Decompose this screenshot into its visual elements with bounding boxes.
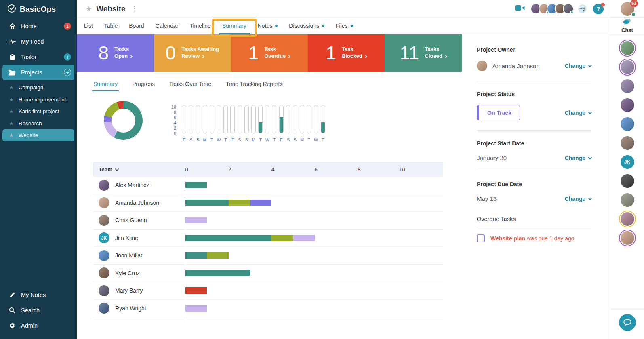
chat-member[interactable] [621,114,634,133]
subtab-time-tracking-reports[interactable]: Time Tracking Reports [226,81,282,91]
stat-card-tasks-closed[interactable]: 11Tasks Closed [385,34,462,72]
tab-label: Calendar [156,23,179,29]
chat-member[interactable] [621,171,634,190]
tab-discussions[interactable]: Discussions [283,18,330,34]
sidebar-item-tasks[interactable]: Tasks+ [0,49,77,65]
star-icon: ★ [9,132,14,138]
task-checkbox[interactable] [477,234,485,242]
chat-member[interactable] [621,228,634,247]
stat-card-task-blocked[interactable]: 1Task Blocked [308,34,385,72]
team-row[interactable]: Amanda Johnson [93,194,443,212]
team-row[interactable]: John Millar [93,247,443,265]
tab-list[interactable]: List [78,18,99,34]
sidebar-item-admin[interactable]: Admin [0,318,77,333]
change-start-date-button[interactable]: Change [565,155,591,161]
day-label: F [230,137,235,142]
chat-member[interactable] [621,133,634,152]
team-row[interactable]: Alex Martinez [93,177,443,194]
project-name: Campaign [19,84,44,91]
tab-calendar[interactable]: Calendar [150,18,184,34]
member-avatar-stack[interactable] [530,3,574,14]
open-chat-button[interactable] [619,314,636,331]
video-call-icon[interactable] [515,4,525,13]
team-row[interactable]: Mary Barry [93,282,443,300]
add-projects-button[interactable]: + [64,69,71,76]
tab-notes[interactable]: Notes [252,18,284,34]
tab-summary[interactable]: Summary [217,18,252,34]
team-row[interactable]: Ryah Wright [93,300,443,318]
change-owner-button[interactable]: Change [565,63,591,69]
team-row[interactable]: JKJim Kline [93,230,443,247]
chat-member-avatar[interactable] [621,193,634,207]
change-status-button[interactable]: Change [565,109,591,116]
subtab-progress[interactable]: Progress [132,81,155,91]
day-bar [272,105,276,133]
day-bar [217,105,221,133]
chat-member[interactable] [621,57,634,76]
divider [477,130,591,131]
chat-member[interactable] [621,209,634,228]
sidebar-project-website[interactable]: ★Website [2,129,74,141]
chat-header[interactable]: Chat [610,18,644,34]
chat-member[interactable] [621,38,634,57]
stat-card-tasks-awaiting-review[interactable]: 0Tasks Awaiting Review [154,34,231,72]
favorite-star-icon[interactable]: ★ [86,4,92,13]
sidebar-item-search[interactable]: Search [0,303,77,318]
status-badge[interactable]: On Track [477,105,520,120]
team-chart: Team 0246810 Alex MartinezAmanda Johnson… [93,162,443,317]
tab-board[interactable]: Board [123,18,149,34]
sidebar-item-home[interactable]: Home1 [0,19,77,34]
help-button[interactable]: ? [593,4,604,14]
sidebar-project-campaign[interactable]: ★Campaign [0,82,77,94]
subtab-tasks-over-time[interactable]: Tasks Over Time [169,81,211,91]
sidebar-project-karls-first-project[interactable]: ★Karls first project [0,105,77,118]
member-name: Alex Martinez [115,182,149,188]
chat-member-avatar[interactable]: JK [621,155,634,169]
sidebar-project-research[interactable]: ★Research [0,118,77,130]
tab-timeline[interactable]: Timeline [184,18,216,34]
chat-member[interactable] [621,190,634,209]
more-options-icon[interactable]: ⋮ [131,5,137,13]
chat-member-avatar[interactable] [621,212,634,226]
current-user-avatar[interactable]: 63 [621,2,634,16]
y-tick-label: 6 [174,115,176,120]
chat-member-avatar[interactable] [621,174,634,188]
chat-member-avatar[interactable] [621,117,634,131]
y-tick-label: 2 [174,126,176,131]
sidebar-projects-list: ★Campaign★Home improvement★Karls first p… [0,82,77,141]
chat-member-avatar[interactable] [621,136,634,150]
avatar-overflow-count[interactable]: +3 [577,4,587,14]
team-row[interactable]: Chris Guerin [93,212,443,230]
start-date-value: January 30 [477,154,507,161]
team-row[interactable]: Kyle Cruz [93,265,443,282]
chevron-down-icon[interactable] [115,167,119,171]
day-bar [265,105,269,133]
change-due-date-button[interactable]: Change [565,196,591,202]
tab-files[interactable]: Files [330,18,359,34]
add-tasks-button[interactable]: + [64,53,71,61]
chat-member-avatar[interactable] [621,79,634,93]
chat-member[interactable] [621,76,634,95]
chat-member-avatar[interactable] [621,60,634,74]
chat-member[interactable]: JK [621,152,634,171]
chat-member[interactable] [621,95,634,114]
stat-card-task-overdue[interactable]: 1Task Overdue [231,34,308,72]
chat-member-avatar[interactable] [621,98,634,112]
chat-member-avatar[interactable] [621,41,634,55]
day-bar [307,105,311,133]
sidebar-item-my-feed[interactable]: My Feed [0,34,77,49]
sidebar-item-my-notes[interactable]: My Notes [0,287,77,303]
sidebar-item-projects[interactable]: Projects+ [2,65,74,80]
subtab-summary[interactable]: Summary [93,81,118,91]
chat-member-avatar[interactable] [621,231,634,245]
team-column-header[interactable]: Team [99,166,112,173]
day-bar [210,105,214,133]
member-avatar[interactable] [563,3,574,14]
member-avatar [99,180,109,191]
tab-table[interactable]: Table [99,18,123,34]
app-logo[interactable]: BasicOps [0,0,77,19]
stat-card-tasks-open[interactable]: 8Tasks Open [77,34,154,72]
overdue-task-text[interactable]: Website plan was due 1 day ago [490,235,575,242]
sidebar-project-home-improvement[interactable]: ★Home improvement [0,94,77,106]
stat-label: Tasks Awaiting Review [181,46,219,60]
